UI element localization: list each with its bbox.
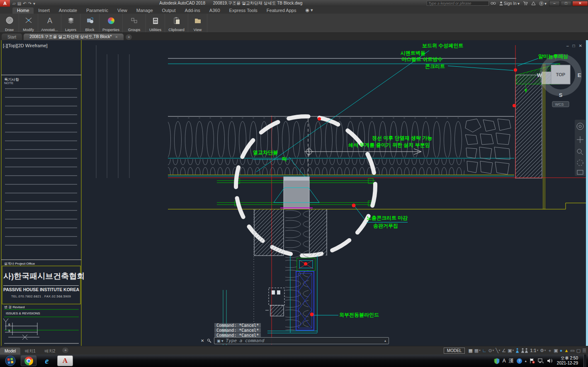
close-button[interactable]: ✕ (572, 1, 588, 6)
document-window-controls: – □ ✕ (566, 43, 582, 48)
panel-groups[interactable]: Groups (123, 14, 146, 32)
object-snap-tracking-icon[interactable]: ∠ (502, 348, 506, 353)
panel-annotation[interactable]: A Annotati... (38, 14, 61, 32)
ribbon-camera-icon[interactable]: ◉ ▾ (301, 7, 317, 14)
layout-tab-model[interactable]: Model (0, 348, 20, 355)
tab-featured-apps[interactable]: Featured Apps (262, 7, 301, 14)
clock-date: 2021-12-29 (557, 361, 578, 366)
annotation-scale-button[interactable]: 1:1▾ (530, 348, 538, 353)
taskbar-chrome-button[interactable] (21, 355, 36, 366)
new-layout-button[interactable]: ＋ (62, 348, 68, 353)
tab-parametric[interactable]: Parametric (82, 7, 113, 14)
viewcube-west[interactable]: W (537, 72, 542, 78)
ortho-mode-icon[interactable]: ∟ (482, 348, 487, 353)
panel-draw[interactable]: Draw (0, 14, 19, 32)
start-button[interactable] (2, 355, 18, 366)
tab-view[interactable]: View (113, 7, 132, 14)
open-icon[interactable]: ▱ (12, 1, 16, 6)
tab-manage[interactable]: Manage (132, 7, 158, 14)
network-icon[interactable] (538, 358, 544, 363)
status-toggles: MODEL ▦ ▦▾ ∟ ⊙▾ ╲▾ ∠ ▣▾ 1:1▾ ⚙▾ ＋ ▣ ● ▲ … (444, 348, 588, 354)
ime-language-icon[interactable]: A (503, 358, 506, 364)
binoculars-icon[interactable] (491, 1, 496, 5)
command-keyboard-icon[interactable]: ▣ ▾ (217, 339, 224, 343)
annotation-visibility-icon[interactable] (515, 348, 519, 353)
display-settings-icon[interactable]: ▭ (570, 348, 574, 353)
isolate-objects-icon[interactable]: ▣ (554, 348, 558, 353)
viewport-controls-label[interactable]: [-][Top][2D Wireframe] (3, 43, 48, 48)
file-tab-close-icon[interactable]: ✕ (115, 35, 118, 39)
tab-add-ins[interactable]: Add-ins (180, 7, 205, 14)
model-space-canvas[interactable]: TOP W E S WCS [-][Top][2D Wireframe] – □ (0, 40, 588, 346)
grid-display-icon[interactable]: ▦ (468, 348, 472, 353)
infocenter-search-input[interactable] (427, 1, 489, 6)
command-close-icon[interactable]: ✕ (201, 338, 204, 343)
panel-block[interactable]: Block (80, 14, 100, 32)
panel-modify[interactable]: Modify (19, 14, 38, 32)
wcs-label[interactable]: WCS (555, 102, 564, 106)
customization-icon[interactable]: ☰ (582, 348, 586, 353)
security-warning-icon[interactable]: ▲ (564, 348, 569, 353)
polar-tracking-icon[interactable]: ⊙▾ (488, 348, 494, 353)
command-customize-icon[interactable] (207, 338, 211, 343)
workspace-switching-icon[interactable]: ⚙▾ (540, 348, 546, 353)
panel-layers[interactable]: Layers (61, 14, 80, 32)
command-input[interactable]: ▣ ▾ Type a command ▴ (214, 337, 389, 344)
panel-utilities[interactable]: Utilities (146, 14, 165, 32)
tray-shield-icon[interactable] (494, 358, 500, 364)
ime-hanja-icon[interactable]: 漢 (509, 357, 514, 365)
file-tab-start[interactable]: Start (2, 34, 22, 40)
doc-minimize-icon[interactable]: – (566, 43, 569, 48)
help-dropdown-icon[interactable]: ▾ (544, 1, 547, 6)
restore-button[interactable]: □ (561, 1, 571, 6)
tray-help-icon[interactable]: ? (517, 358, 522, 364)
command-expand-icon[interactable]: ▴ (384, 339, 386, 343)
speaker-icon[interactable] (547, 358, 552, 363)
redo-icon[interactable]: ↷ (28, 1, 32, 6)
clean-screen-icon[interactable]: ▢ (576, 348, 581, 353)
object-snap-icon[interactable]: ▣▾ (508, 348, 514, 353)
app-store-cart-icon[interactable] (523, 1, 528, 5)
model-space-button[interactable]: MODEL (444, 348, 465, 354)
viewcube-south[interactable]: S (559, 92, 563, 98)
tab-express-tools[interactable]: Express Tools (225, 7, 262, 14)
tab-insert[interactable]: Insert (34, 7, 54, 14)
sign-in-button[interactable]: Sign In ▾ (499, 1, 520, 6)
taskbar-autocad-button[interactable]: A (57, 355, 73, 366)
minimize-button[interactable]: – (549, 1, 560, 6)
file-tab-drawing[interactable]: 200819.구조용 열교차단재 상세도,TB Block* ✕ (24, 34, 124, 40)
taskbar-clock[interactable]: 오후 2:50 2021-12-29 (557, 356, 578, 366)
panel-properties[interactable]: Properties (100, 14, 123, 32)
panel-clipboard[interactable]: Clipboard (165, 14, 188, 32)
utilities-panel-icon (151, 14, 160, 28)
tab-home[interactable]: Home (12, 7, 34, 14)
graphics-performance-icon[interactable]: ● (560, 348, 563, 353)
show-desktop-button[interactable] (583, 355, 586, 367)
undo-icon[interactable]: ↶ (23, 1, 26, 6)
titleblock-issues-label: ISSUES & REVISIONS (6, 311, 40, 315)
annotation-monitor-icon[interactable]: ＋ (547, 348, 552, 354)
viewcube-top-face[interactable]: TOP (556, 72, 565, 77)
new-drawing-tab-button[interactable]: ＋ (126, 34, 132, 40)
navigation-bar[interactable] (575, 120, 586, 176)
tray-show-hidden-icon[interactable]: ▴ (525, 359, 527, 363)
autoscale-icon[interactable] (521, 348, 528, 353)
taskbar-ie-button[interactable]: e (39, 355, 55, 366)
tab-annotate[interactable]: Annotate (54, 7, 82, 14)
isometric-drafting-icon[interactable]: ╲▾ (496, 348, 500, 353)
save-icon[interactable]: ▤ (17, 1, 21, 6)
doc-restore-icon[interactable]: □ (573, 43, 575, 48)
autodesk-exchange-icon[interactable] (531, 1, 536, 5)
doc-close-icon[interactable]: ✕ (579, 43, 582, 48)
application-menu-button[interactable]: A (0, 0, 10, 7)
layout-tab-2[interactable]: 배치2 (40, 348, 60, 355)
snap-mode-icon[interactable]: ▦▾ (474, 348, 481, 353)
panel-view[interactable]: View (188, 14, 207, 32)
layout-tab-1[interactable]: 배치1 (20, 348, 40, 355)
help-icon[interactable]: ? (539, 1, 544, 6)
tab-a360[interactable]: A360 (205, 7, 225, 14)
action-center-flag-icon[interactable] (530, 358, 535, 364)
tab-output[interactable]: Output (158, 7, 180, 14)
autocad-logo-icon: A (3, 1, 7, 6)
viewcube-east[interactable]: E (578, 72, 581, 78)
